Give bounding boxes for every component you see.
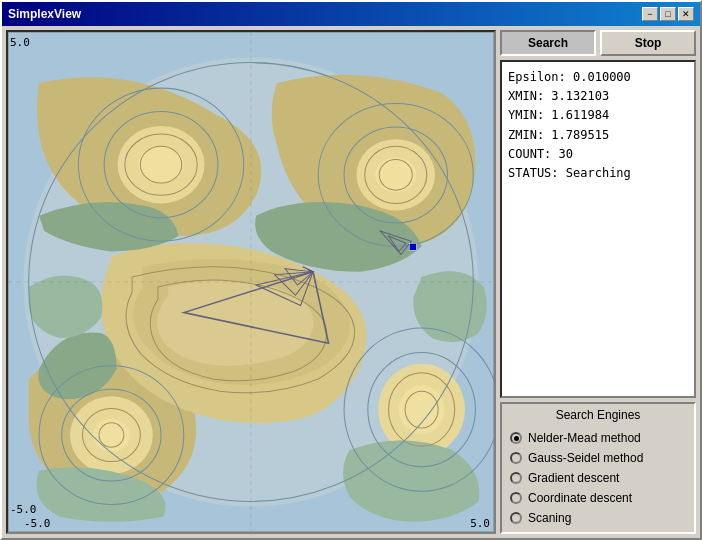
svg-point-7: [399, 385, 444, 434]
radio-coordinate[interactable]: [510, 492, 522, 504]
engine-option-2[interactable]: Gradient descent: [506, 468, 690, 488]
count-value: COUNT: 30: [508, 145, 688, 164]
engine-option-4[interactable]: Scaning: [506, 508, 690, 528]
engine-label-0: Nelder-Mead method: [528, 431, 641, 445]
engine-label-1: Gauss-Seidel method: [528, 451, 643, 465]
search-button[interactable]: Search: [500, 30, 596, 56]
xmin-value: XMIN: 3.132103: [508, 87, 688, 106]
engine-label-4: Scaning: [528, 511, 571, 525]
engine-label-2: Gradient descent: [528, 471, 619, 485]
plot-area: 5.0 -5.0 -5.0 5.0: [6, 30, 496, 534]
window-title: SimplexView: [8, 7, 81, 21]
svg-point-5: [375, 158, 416, 193]
svg-point-3: [138, 146, 183, 183]
axis-x-left-label: -5.0: [24, 517, 51, 530]
engine-label-3: Coordinate descent: [528, 491, 632, 505]
title-bar: SimplexView − □ ✕: [2, 2, 700, 26]
search-engines-panel: Search Engines Nelder-Mead method Gauss-…: [500, 402, 696, 534]
engine-option-3[interactable]: Coordinate descent: [506, 488, 690, 508]
svg-rect-35: [409, 243, 416, 250]
right-panel: Search Stop Epsilon: 0.010000 XMIN: 3.13…: [500, 26, 700, 538]
radio-nelder-mead[interactable]: [510, 432, 522, 444]
controls-row: Search Stop: [500, 30, 696, 56]
info-panel: Epsilon: 0.010000 XMIN: 3.132103 YMIN: 1…: [500, 60, 696, 398]
engine-option-0[interactable]: Nelder-Mead method: [506, 428, 690, 448]
minimize-button[interactable]: −: [642, 7, 658, 21]
axis-y-top-label: 5.0: [10, 36, 30, 49]
window-controls: − □ ✕: [642, 7, 694, 21]
radio-scaning[interactable]: [510, 512, 522, 524]
zmin-value: ZMIN: 1.789515: [508, 126, 688, 145]
close-button[interactable]: ✕: [678, 7, 694, 21]
axis-x-right-label: 5.0: [470, 517, 490, 530]
stop-button[interactable]: Stop: [600, 30, 696, 56]
content-area: 5.0 -5.0 -5.0 5.0 Search Stop Epsilon: 0…: [2, 26, 700, 538]
contour-plot: [8, 32, 494, 532]
radio-gauss-seidel[interactable]: [510, 452, 522, 464]
epsilon-value: Epsilon: 0.010000: [508, 68, 688, 87]
engines-title: Search Engines: [506, 408, 690, 422]
maximize-button[interactable]: □: [660, 7, 676, 21]
radio-gradient[interactable]: [510, 472, 522, 484]
axis-y-bottom-label: -5.0: [10, 503, 37, 516]
svg-point-9: [93, 419, 130, 452]
status-value: STATUS: Searching: [508, 164, 688, 183]
ymin-value: YMIN: 1.611984: [508, 106, 688, 125]
engine-option-1[interactable]: Gauss-Seidel method: [506, 448, 690, 468]
main-window: SimplexView − □ ✕: [0, 0, 702, 540]
